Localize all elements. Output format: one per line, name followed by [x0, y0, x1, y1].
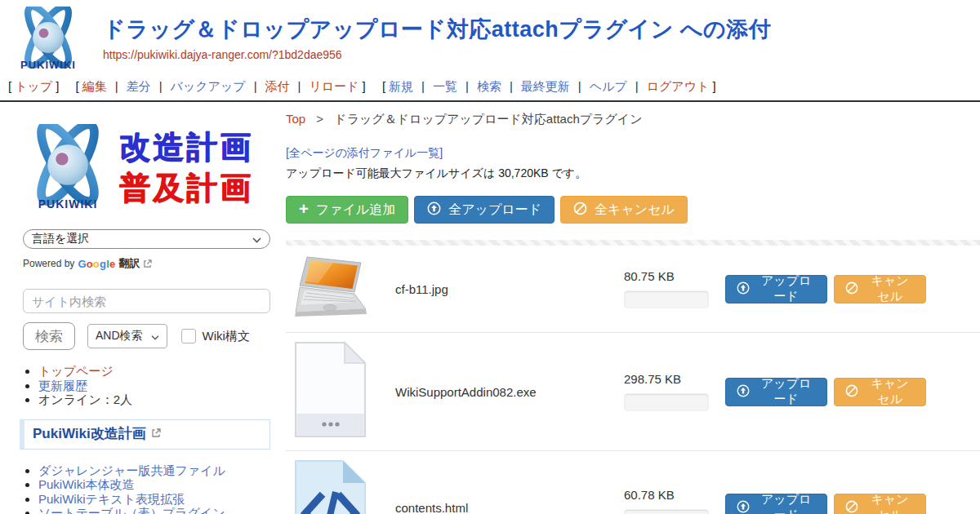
upload-label: アップロード	[756, 492, 816, 514]
nav-group-top: [トップ]	[8, 79, 59, 93]
nav-recent[interactable]: 最終更新	[521, 79, 570, 93]
ban-icon	[845, 384, 858, 400]
language-select[interactable]: 言語を選択	[23, 229, 270, 249]
upload-all-button[interactable]: 全アップロード	[414, 196, 555, 224]
breadcrumb-current: ドラッグ＆ドロップアップロード対応attachプラグイン	[334, 112, 642, 126]
upload-button[interactable]: アップロード	[725, 494, 827, 514]
cancel-button[interactable]: キャンセル	[834, 275, 926, 304]
nav-group-page: [編集|差分|バックアップ|添付|リロード]	[76, 79, 366, 93]
search-mode-select[interactable]: AND検索	[87, 324, 167, 348]
upload-button[interactable]: アップロード	[725, 378, 827, 406]
breadcrumb-home[interactable]: Top	[286, 112, 305, 126]
upload-all-label: 全アップロード	[448, 202, 541, 219]
site-search-input[interactable]	[23, 289, 270, 313]
generic-file-icon	[294, 341, 368, 442]
file-size: 298.75 KB	[624, 372, 709, 386]
nav-new[interactable]: 新規	[389, 79, 413, 93]
nav-separator: |	[635, 79, 639, 93]
page-url-link[interactable]: https://pukiwiki.dajya-ranger.com/?1bd2d…	[103, 48, 342, 61]
upload-progress-bar	[624, 290, 709, 308]
nav-separator: |	[510, 79, 513, 93]
ban-icon	[845, 500, 858, 514]
atom-icon: PUKIWIKI	[18, 124, 118, 210]
upload-label: アップロード	[756, 376, 816, 407]
ban-icon	[845, 281, 858, 297]
sidebar: PUKIWIKI 改造計画 普及計画 言語を選択 Powered by Goog…	[0, 102, 282, 514]
cancel-button[interactable]: キャンセル	[834, 494, 926, 514]
upload-progress-bar	[624, 509, 709, 514]
nav-edit[interactable]: 編集	[82, 79, 107, 93]
all-pages-attachment-list-link[interactable]: [全ページの添付ファイル一覧]	[286, 146, 443, 161]
bracket: ]	[363, 79, 366, 93]
file-name: contents.html	[381, 501, 624, 514]
list-item: PukiWikiテキスト表現拡張	[38, 492, 270, 507]
sidebar-site-logo[interactable]: PUKIWIKI 改造計画 普及計画	[18, 115, 270, 219]
upload-label: アップロード	[756, 273, 816, 304]
main-content: Top > ドラッグ＆ドロップアップロード対応attachプラグイン [全ページ…	[282, 102, 980, 514]
chevron-down-icon	[151, 330, 159, 343]
add-files-button[interactable]: + ファイル追加	[286, 196, 408, 224]
cancel-label: キャンセル	[865, 273, 915, 304]
sidebar-item-core-mod[interactable]: PukiWiki本体改造	[38, 477, 135, 491]
nav-logout[interactable]: ログアウト	[647, 79, 710, 93]
wiki-syntax-label: Wiki構文	[203, 329, 250, 344]
external-link-icon	[151, 428, 161, 438]
section-title: PukiWiki改造計画	[33, 424, 146, 443]
bracket: ]	[712, 79, 715, 93]
nav-separator: |	[115, 79, 118, 93]
nav-backup[interactable]: バックアップ	[171, 79, 246, 93]
sidebar-item-sort-table[interactable]: ソートテーブル（表）プラグイン	[38, 506, 225, 514]
sidebar-quick-links: トップページ 更新履歴 オンライン：2人	[23, 364, 270, 407]
max-upload-size-text: アップロード可能最大ファイルサイズは 30,720KB です。	[286, 166, 980, 181]
online-count: オンライン：2人	[38, 392, 132, 406]
cancel-all-label: 全キャンセル	[595, 202, 675, 219]
file-size: 60.78 KB	[624, 488, 709, 502]
nav-separator: |	[578, 79, 581, 93]
upload-button[interactable]: アップロード	[725, 275, 827, 304]
sidebar-item-common-files[interactable]: ダジャレンジャー版共通ファイル	[38, 463, 225, 477]
slogan-line-2: 普及計画	[119, 167, 253, 208]
nav-top[interactable]: トップ	[15, 79, 52, 93]
sidebar-item-top-page[interactable]: トップページ	[38, 364, 114, 378]
list-item: ソートテーブル（表）プラグイン	[38, 506, 270, 514]
nav-separator: |	[421, 79, 425, 93]
nav-help[interactable]: ヘルプ	[590, 79, 627, 93]
cancel-button[interactable]: キャンセル	[834, 378, 926, 406]
nav-diff[interactable]: 差分	[127, 79, 151, 93]
bracket: ]	[56, 79, 59, 93]
list-item: オンライン：2人	[38, 392, 270, 407]
upload-toolbar: + ファイル追加 全アップロード 全キャンセル	[286, 196, 980, 224]
bracket: [	[8, 79, 11, 93]
file-row: WikiSupportAddin082.exe 298.75 KB アップロード…	[286, 333, 980, 451]
file-row: cf-b11.jpg 80.75 KB アップロード キャンセル	[286, 246, 980, 333]
sidebar-item-text-extension[interactable]: PukiWikiテキスト表現拡張	[38, 492, 185, 506]
bracket: [	[382, 79, 385, 93]
pukiwiki-logo[interactable]: PUKIWIKI	[8, 7, 88, 71]
top-nav: [トップ] [編集|差分|バックアップ|添付|リロード] [新規|一覧|検索|最…	[0, 77, 980, 102]
nav-reload[interactable]: リロード	[309, 79, 359, 93]
plus-icon: +	[299, 201, 309, 217]
file-size: 80.75 KB	[624, 269, 709, 283]
google-logo: Google	[78, 258, 115, 270]
search-button[interactable]: 検索	[23, 322, 75, 350]
cancel-all-button[interactable]: 全キャンセル	[560, 196, 688, 224]
nav-search[interactable]: 検索	[477, 79, 501, 93]
list-item: PukiWiki本体改造	[38, 477, 270, 492]
logo-brand-text: PUKIWIKI	[8, 59, 88, 71]
sidebar-section-pukiwiki-kaizo[interactable]: PukiWiki改造計画	[20, 419, 270, 450]
sidebar-item-update-history[interactable]: 更新履歴	[38, 379, 87, 392]
upload-circle-icon	[737, 384, 750, 400]
nav-list[interactable]: 一覧	[433, 79, 457, 93]
list-item: トップページ	[38, 364, 270, 379]
nav-attach[interactable]: 添付	[265, 79, 290, 93]
upload-circle-icon	[427, 202, 441, 219]
wiki-syntax-checkbox[interactable]	[181, 329, 196, 343]
file-name: WikiSupportAddin082.exe	[381, 385, 624, 399]
upload-circle-icon	[737, 281, 750, 297]
translate-link[interactable]: 翻訳	[118, 256, 140, 271]
file-row: contents.html 60.78 KB アップロード キャンセル	[286, 451, 980, 514]
cancel-label: キャンセル	[865, 376, 915, 407]
breadcrumb-separator: >	[316, 112, 323, 126]
search-mode-value: AND検索	[96, 329, 143, 343]
nav-group-site: [新規|一覧|検索|最終更新|ヘルプ|ログアウト]	[382, 79, 716, 93]
